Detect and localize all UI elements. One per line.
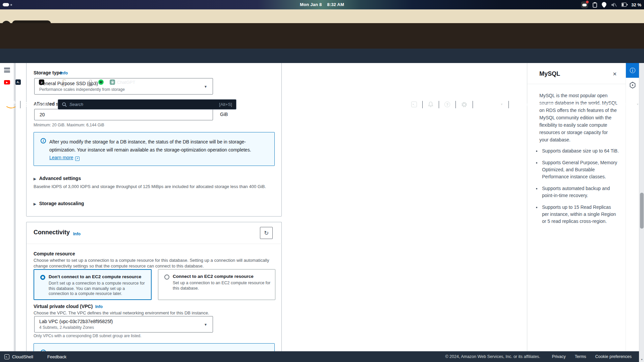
help-bullet: Supports database size up to 64 TiB. [541,147,619,155]
cloudshell-header-button[interactable]: >_ [406,102,422,107]
notifications-bell-button[interactable] [423,102,439,108]
compute-resource-label: Compute resource [34,251,75,256]
tiktok-bookmark-icon[interactable]: ♪ [39,79,44,85]
volume-muted-icon[interactable] [611,2,617,7]
help-panel-title: MySQL [539,70,560,77]
vpc-alert-partial: i [34,343,275,351]
help-bullet: Supports up to 15 Read Replicas per inst… [541,204,619,225]
radio-unselected-icon[interactable] [164,275,169,280]
help-panel-close-icon[interactable]: ✕ [612,71,617,77]
help-panel-bullets: Supports database size up to 64 TiB. Sup… [541,147,619,230]
storage-section-card: Storage type Info General Purpose SSD (g… [26,63,282,217]
storage-type-label: Storage type [34,70,62,75]
vpc-select[interactable]: Lab VPC (vpc-03c72b37e8f95825f) 4 Subnet… [34,316,213,333]
system-tray: 32 % [581,0,641,9]
services-grid-icon[interactable] [26,102,27,103]
feedback-button[interactable]: Feedback [47,354,66,359]
caret-down-icon: ▼ [500,103,503,106]
advanced-settings-expander[interactable]: ▶Advanced settings [34,176,81,181]
help-bullet: Supports General Purpose, Memory Optimiz… [541,159,619,180]
refresh-button[interactable]: ↻ [260,227,273,239]
folder-bookmark-icon[interactable] [63,80,63,87]
option-description: Set up a connection to an EC2 compute re… [173,281,273,291]
system-clock: Mon Jan 8 8:32 AM [0,2,644,7]
storage-autoscaling-expander[interactable]: ▶Storage autoscaling [34,201,84,206]
settings-gear-button[interactable] [456,102,473,108]
vpc-value: Lab VPC (vpc-03c72b37e8f95825f) [39,319,208,324]
console-footer: >_ CloudShell Feedback © 2024, Amazon We… [0,351,639,362]
card-header-divider [26,244,282,244]
vpc-value-description: 4 Subnets, 2 Availability Zones [39,325,208,330]
chatgpt-bookmark-icon[interactable] [110,79,115,85]
storage-alert-text: After you modify the storage for a DB in… [49,138,266,154]
dot-bookmark-icon[interactable] [76,82,77,83]
help-bullet: Supports automated backup and point-in-t… [541,185,619,199]
allocated-storage-input[interactable] [34,109,213,120]
search-input[interactable] [69,102,216,107]
header-divider [20,101,20,108]
storage-autoscaling-label: Storage autoscaling [39,201,84,206]
resource-hexagon-icon[interactable] [630,82,636,88]
terms-link[interactable]: Terms [575,354,586,359]
location-pin-icon[interactable] [602,2,606,8]
aws-logo-text: aws [6,100,16,104]
header-right-controls: >_ ? N. Virginia ▼ [406,97,644,112]
page-scrollbar[interactable]: ▲ ▼ [639,49,644,362]
aws-console-header: aws Services [Alt+S] >_ [0,49,644,63]
cookie-preferences-link[interactable]: Cookie preferences [595,354,632,359]
letter-a-bookmark-icon[interactable]: A. [15,79,21,85]
youtube-bookmark-icon[interactable]: ▶ [4,80,10,84]
compute-resource-option-none[interactable]: Don't connect to an EC2 compute resource… [34,269,152,300]
vpc-label: Virtual private cloud (VPC) [34,304,93,309]
vpc-hint: Only VPCs with a corresponding DB subnet… [34,334,142,338]
caret-down-icon: ▼ [636,103,639,106]
vpc-info-link[interactable]: Info [95,304,103,309]
radio-selected-icon[interactable] [40,275,45,280]
aws-logo[interactable]: aws [6,100,16,110]
storage-type-info-link[interactable]: Info [60,71,68,75]
region-label: N. Virginia [478,102,498,107]
footer-links: © 2024, Amazon Web Services, Inc. or its… [445,354,632,359]
account-menu[interactable]: voclabs/user2981860=Gauranga_Gautam @ 10… [509,102,644,107]
cloudshell-button[interactable]: CloudShell [12,354,33,359]
privacy-link[interactable]: Privacy [552,354,566,359]
section-caret-icon: ▶ [34,202,36,206]
cloudshell-icon[interactable]: >_ [4,354,9,359]
allocated-storage-constraint: Minimum: 20 GiB. Maximum: 6,144 GiB [34,123,104,127]
clipboard-icon[interactable] [593,2,597,8]
screen: Mon Jan 8 8:32 AM 32 % ∨ RDS [0,0,644,362]
side-nav-hamburger-icon[interactable] [4,68,10,72]
option-title: Connect to an EC2 compute resource [173,274,270,279]
learn-more-link[interactable]: Learn more [49,155,73,160]
region-selector[interactable]: N. Virginia ▼ [473,102,508,107]
bookmarks-bar: ▶ A. ♪ ChatGPT [0,39,644,49]
browser-tab-bar: ∨ RDS | us-east-1 ✕ + – ✕ [0,9,644,23]
vpc-description: Choose the VPC. The VPC defines the virt… [34,310,275,316]
allocated-storage-unit: GiB [220,112,228,117]
console-search-box[interactable]: [Alt+S] [58,99,236,110]
discord-icon[interactable] [581,1,588,8]
storage-optimization-alert: i After you modify the storage for a DB … [34,132,275,166]
play-icon: ▶ [6,81,8,84]
scroll-down-icon[interactable]: ▼ [639,358,644,361]
services-menu[interactable]: Services [33,102,50,107]
connectivity-info-link[interactable]: Info [73,232,80,236]
search-icon [62,102,67,107]
info-panel-toggle-button[interactable]: ⓘ [626,63,639,78]
storage-type-description: Performance scales independently from st… [39,87,208,92]
scrollbar-thumb[interactable] [640,193,644,229]
compute-resource-description: Choose whether to set up a connection to… [34,257,275,269]
system-time: 8:32 AM [327,2,344,7]
dropdown-caret-icon: ▼ [204,84,207,88]
chatgpt-bookmark-label[interactable]: ChatGPT [117,80,135,85]
help-button[interactable]: ? [439,102,455,107]
music-note-icon: ♪ [41,80,43,84]
system-date: Mon Jan 8 [300,2,322,7]
system-status-bar: Mon Jan 8 8:32 AM 32 % [0,0,644,9]
dropdown-caret-icon: ▼ [204,322,207,326]
advanced-settings-description: Baseline IOPS of 3,000 IOPS and storage … [34,184,275,189]
option-description: Don't set up a connection to a compute r… [49,281,145,297]
spotify-bookmark-icon[interactable] [98,79,104,85]
refresh-icon: ↻ [264,230,269,237]
compute-resource-option-ec2[interactable]: Connect to an EC2 compute resource Set u… [158,269,275,300]
